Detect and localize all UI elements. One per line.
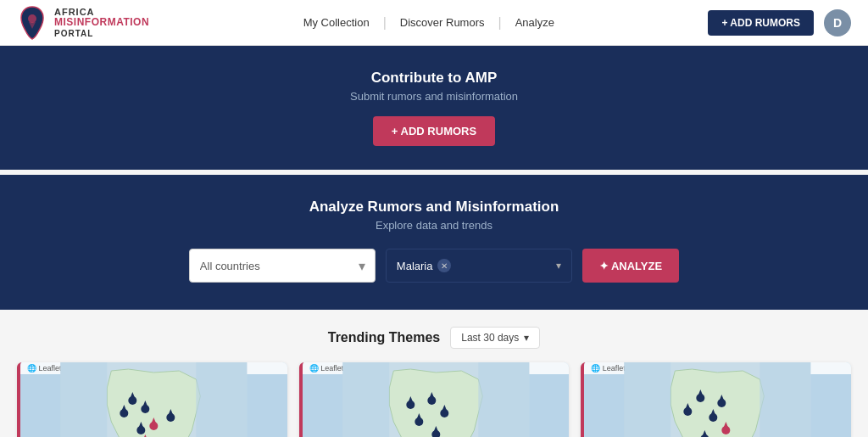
trending-section: Trending Themes Last 30 days ▾	[0, 310, 868, 437]
svg-rect-2	[60, 362, 107, 437]
malaria-tag: Malaria ✕	[397, 259, 452, 272]
cards-row: 🌐 Leaflet | © OpenStreetMap Conspiracy R…	[17, 362, 851, 437]
malaria-chevron-icon: ▾	[556, 260, 561, 272]
navbar: AFRICA MISINFORMATION PORTAL My Collecti…	[0, 0, 868, 46]
theme-card-vaccine-safety: 🌐 Leaflet | © OpenStreetMap Vaccine Safe…	[581, 362, 851, 437]
logo: AFRICA MISINFORMATION PORTAL	[17, 5, 149, 41]
navbar-nav: My Collection | Discover Rumors | Analyz…	[290, 15, 568, 31]
malaria-tag-label: Malaria	[397, 260, 433, 272]
card-map-conspiracy: 🌐 Leaflet | © OpenStreetMap	[20, 362, 287, 437]
africa-map-treatment	[303, 362, 570, 437]
svg-point-0	[28, 14, 36, 23]
analyze-button[interactable]: ✦ ANALYZE	[582, 249, 679, 283]
navbar-right: + ADD RUMORS D	[708, 9, 851, 36]
analyze-title: Analyze Rumors and Misinformation	[17, 199, 851, 216]
nav-my-collection[interactable]: My Collection	[290, 16, 383, 29]
add-rumors-nav-button[interactable]: + ADD RUMORS	[708, 10, 814, 36]
theme-card-treatment: 🌐 Leaflet | © OpenStreetMap Treatment Re…	[299, 362, 570, 437]
logo-mis: MISINFORMATION	[54, 17, 149, 28]
days-filter-button[interactable]: Last 30 days ▾	[450, 327, 540, 349]
africa-logo-icon	[17, 5, 47, 41]
country-select-wrapper: All countries Nigeria Kenya South Africa	[189, 249, 376, 283]
analyze-section: Analyze Rumors and Misinformation Explor…	[0, 175, 868, 310]
svg-rect-3	[196, 362, 247, 437]
svg-rect-32	[625, 362, 671, 437]
days-filter-label: Last 30 days	[461, 332, 519, 344]
nav-discover-rumors[interactable]: Discover Rumors	[387, 16, 498, 29]
svg-rect-20	[478, 362, 529, 437]
analyze-controls: All countries Nigeria Kenya South Africa…	[17, 249, 851, 283]
contribute-title: Contribute to AMP	[17, 70, 851, 87]
logo-text: AFRICA MISINFORMATION PORTAL	[54, 7, 149, 37]
country-select[interactable]: All countries Nigeria Kenya South Africa	[189, 249, 376, 283]
contribute-subtitle: Submit rumors and misinformation	[17, 90, 851, 103]
analyze-subtitle: Explore data and trends	[17, 219, 851, 232]
svg-rect-19	[342, 362, 389, 437]
africa-map-conspiracy	[20, 362, 287, 437]
add-rumors-main-button[interactable]: + ADD RUMORS	[373, 116, 495, 146]
malaria-tag-close[interactable]: ✕	[437, 259, 451, 272]
svg-rect-33	[760, 362, 811, 437]
theme-card-conspiracy: 🌐 Leaflet | © OpenStreetMap Conspiracy R…	[17, 362, 287, 437]
africa-map-vaccine	[584, 362, 851, 437]
nav-analyze[interactable]: Analyze	[502, 16, 568, 29]
user-avatar[interactable]: D	[824, 9, 851, 36]
card-map-treatment: 🌐 Leaflet | © OpenStreetMap	[303, 362, 570, 437]
contribute-section: Contribute to AMP Submit rumors and misi…	[0, 46, 868, 170]
trending-title: Trending Themes	[328, 330, 440, 345]
card-map-vaccine-safety: 🌐 Leaflet | © OpenStreetMap	[584, 362, 851, 437]
logo-portal: PORTAL	[54, 29, 149, 38]
days-filter-chevron: ▾	[524, 332, 529, 344]
malaria-tag-wrapper[interactable]: Malaria ✕ ▾	[386, 249, 572, 283]
trending-header: Trending Themes Last 30 days ▾	[17, 327, 851, 349]
